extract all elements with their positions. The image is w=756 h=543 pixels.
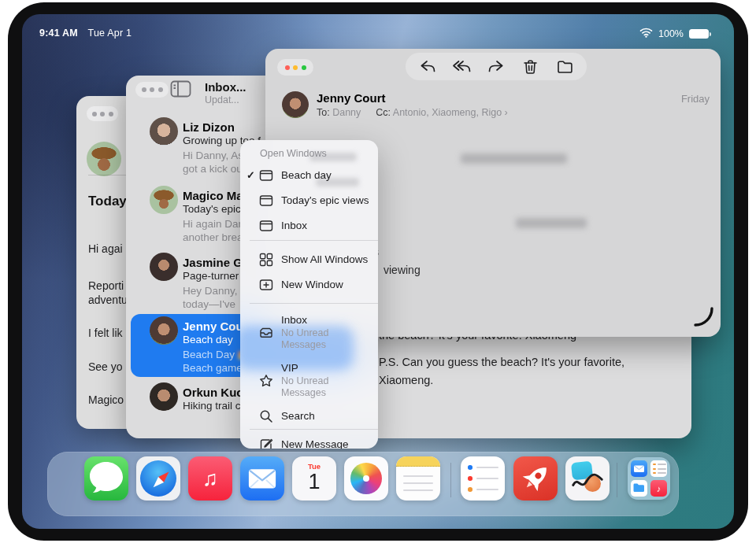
speech-bubble-icon [84,456,128,501]
sender-name: Orkun Kuc [183,386,243,399]
zoom-dot [302,65,306,70]
dock-app-mail[interactable] [240,456,284,501]
forward-button[interactable] [486,57,506,77]
avatar [150,316,178,345]
inbox-tray-icon [259,326,273,340]
menu-item-label: New Message [281,438,349,449]
menu-item-inbox-window[interactable]: Inbox [240,213,378,238]
menu-separator [250,429,378,430]
message-preview: another brea [183,231,243,243]
menu-item-label: Today's epic views [281,194,369,206]
sidebar-toggle-button[interactable] [170,80,194,99]
to-value: Danny [332,107,361,118]
message-preview: today—I've [183,298,235,310]
window-control-dot [158,87,163,92]
reading-pane-ps-line: Xiaomeng. [379,374,433,386]
menu-item-label: Show All Windows [281,253,368,265]
mini-folder-icon [631,480,647,497]
trash-button[interactable] [521,57,541,77]
message-body-line: Reporti [88,279,124,292]
battery-percentage: 100% [658,28,684,39]
recipients-line[interactable]: To: Danny Cc: Antonio, Xiaomeng, Rigo › [317,107,508,118]
dock-app-music[interactable]: ♫ [188,456,232,501]
message-preview: Beach game [183,362,243,374]
status-bar: 9:41 AM Tue Apr 1 100% [22,14,734,38]
sender-name: Liz Dizon [183,120,235,134]
message-toolbar [406,53,587,80]
window-controls[interactable] [135,82,169,98]
battery-icon [689,29,709,39]
menu-item-label: VIP [281,362,298,374]
dock-app-freeform[interactable] [565,456,610,501]
dock-divider [617,463,617,497]
music-note-icon: ♫ [202,467,218,491]
message-preview: got a kick ou [183,163,243,175]
grid-icon [259,253,273,267]
avatar [150,186,178,214]
close-dot [285,65,290,70]
menu-item-search[interactable]: Search [240,404,378,429]
message-body-line: Hi agai [88,242,123,255]
reading-pane-ps-line: P.S. Can you guess the beach? It's your … [379,356,624,368]
menu-item-new-window[interactable]: New Window [240,272,378,297]
menu-item-new-message[interactable]: New Message [240,432,378,449]
window-control-dot [100,112,105,116]
avatar [282,91,309,118]
message-subject: Beach day [183,334,233,345]
menu-item-label: New Window [281,279,343,290]
message-preview: Hi Danny, As [183,150,243,161]
body-text-fragment: viewing [384,264,421,276]
dock-app-rocket[interactable] [513,456,558,501]
menu-item-beach-day[interactable]: ✓ Beach day [240,163,378,188]
window-controls[interactable] [277,59,313,76]
redacted-text [461,153,567,164]
star-icon [259,374,273,388]
menu-item-inbox-mailbox[interactable]: Inbox No Unread Messages [240,314,378,356]
avatar [150,117,178,146]
sender-name: Jenny Cou [183,320,243,333]
statusbar-time-date: 9:41 AM Tue Apr 1 [39,28,132,39]
dock-app-messages[interactable] [84,456,128,501]
dock-app-calendar[interactable]: Tue 1 [292,456,336,501]
dock-app-photos[interactable] [344,456,388,501]
compass-icon [140,460,176,497]
menu-separator [250,240,378,241]
home-screen: 9:41 AM Tue Apr 1 100% [22,14,734,529]
message-preview: Hey Danny, [183,285,238,297]
avatar [150,382,178,411]
window-control-dot [150,87,154,92]
notes-line [403,475,433,477]
message-subject: Today's epic [183,203,241,215]
search-icon [259,409,273,423]
menu-item-todays-epic-views[interactable]: Today's epic views [240,188,378,213]
sender-name: Magico Ma [183,189,243,202]
mailbox-title: Inbox... [205,80,246,94]
message-body-line: adventu [88,294,128,306]
dock-app-safari[interactable] [136,456,180,501]
mailbox-subtitle: Updat... [205,94,239,105]
photos-pinwheel-icon [350,463,382,494]
dock: ♫ Tue 1 [47,452,679,516]
cc-label: Cc: [376,107,391,118]
folder-button[interactable] [554,57,575,77]
sender-name: Jenny Court [317,91,386,105]
ipad-device: 9:41 AM Tue Apr 1 100% [8,2,748,541]
window-control-dot [109,112,113,116]
menu-item-vip-mailbox[interactable]: VIP No Unread Messages [240,362,378,404]
open-windows-menu: Open Windows ✓ Beach day Today's epic vi… [240,140,378,449]
message-preview: Beach Day [183,349,248,360]
menu-item-show-all-windows[interactable]: Show All Windows [240,247,378,272]
clock-date: Tue Apr 1 [88,28,132,39]
dock-app-notes[interactable] [396,456,440,501]
reply-all-button[interactable] [452,57,472,77]
window-icon [259,168,273,183]
window-controls[interactable] [87,106,118,121]
reply-button[interactable] [417,57,438,77]
menu-section-header: Open Windows [260,148,327,159]
dock-app-library[interactable]: ♪ [628,457,670,500]
dock-app-reminders[interactable] [461,456,505,501]
window-icon [259,219,273,233]
menu-item-subtitle: Messages [281,387,326,398]
window-resize-handle[interactable] [692,305,714,331]
mini-mail-icon [631,460,647,477]
